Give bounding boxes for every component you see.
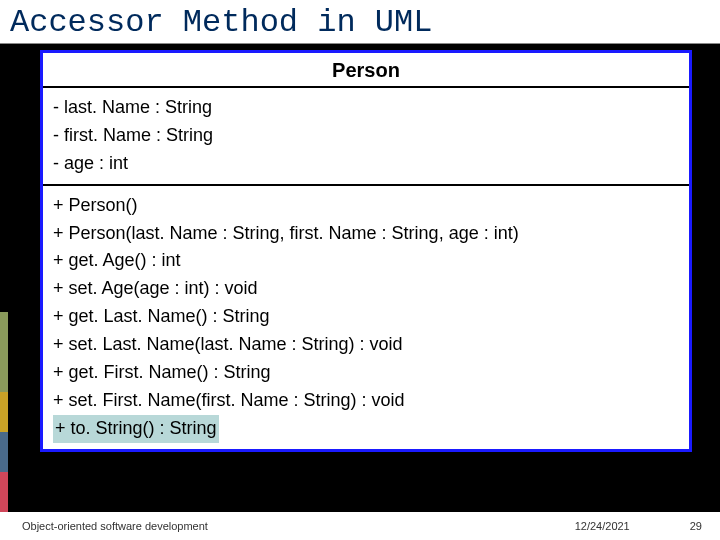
accent-stripe — [0, 312, 8, 392]
uml-operations-section: + Person() + Person(last. Name : String,… — [43, 186, 689, 449]
content-area: Person - last. Name : String - first. Na… — [0, 44, 720, 452]
footer-date: 12/24/2021 — [575, 520, 690, 532]
uml-operation: + get. First. Name() : String — [53, 359, 679, 387]
uml-attributes-section: - last. Name : String - first. Name : St… — [43, 88, 689, 186]
uml-attribute: - last. Name : String — [53, 94, 679, 122]
accent-stripe — [0, 392, 8, 432]
accent-stripe — [0, 432, 8, 472]
uml-operation: + set. First. Name(first. Name : String)… — [53, 387, 679, 415]
slide-title: Accessor Method in UML — [0, 0, 720, 44]
uml-class-box: Person - last. Name : String - first. Na… — [40, 50, 692, 452]
highlighted-text: + to. String() : String — [53, 415, 219, 443]
footer-page-number: 29 — [690, 520, 720, 532]
uml-class-name: Person — [43, 53, 689, 88]
uml-attribute: - age : int — [53, 150, 679, 178]
uml-operation: + Person() — [53, 192, 679, 220]
footer-left-text: Object-oriented software development — [0, 520, 575, 532]
uml-operation: + get. Last. Name() : String — [53, 303, 679, 331]
accent-stripe — [0, 472, 8, 512]
uml-operation: + Person(last. Name : String, first. Nam… — [53, 220, 679, 248]
uml-operation: + set. Last. Name(last. Name : String) :… — [53, 331, 679, 359]
uml-attribute: - first. Name : String — [53, 122, 679, 150]
uml-operation: + get. Age() : int — [53, 247, 679, 275]
slide-footer: Object-oriented software development 12/… — [0, 512, 720, 540]
uml-operation: + set. Age(age : int) : void — [53, 275, 679, 303]
uml-operation-highlighted: + to. String() : String — [53, 415, 679, 443]
